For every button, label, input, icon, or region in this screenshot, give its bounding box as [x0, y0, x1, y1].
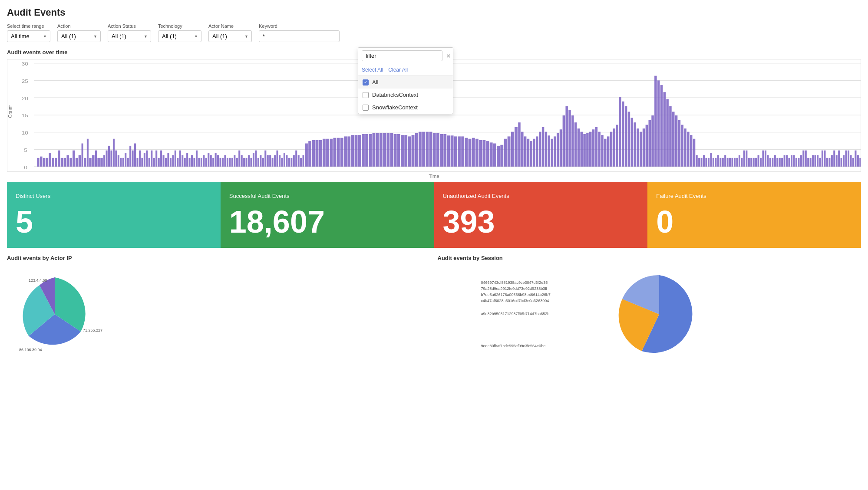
svg-rect-265: [748, 158, 750, 167]
svg-rect-271: [762, 151, 764, 167]
svg-rect-72: [184, 158, 186, 167]
svg-rect-190: [539, 132, 541, 167]
svg-rect-231: [660, 85, 663, 167]
action-select-wrapper: All (1): [57, 30, 101, 42]
select-all-button[interactable]: Select All: [362, 67, 383, 73]
page-title: Audit Events: [7, 7, 861, 18]
svg-rect-103: [257, 158, 259, 167]
svg-rect-42: [113, 139, 115, 167]
actor-name-select[interactable]: All (1): [208, 30, 252, 42]
svg-rect-199: [565, 106, 568, 167]
session-label-5: 9ede80fbaf1cde595ef99c3fc564e0be: [481, 344, 603, 348]
svg-rect-167: [461, 136, 464, 167]
svg-rect-79: [201, 158, 202, 167]
svg-rect-137: [355, 135, 358, 167]
stat-cards: Distinct Users 5 Successful Audit Events…: [7, 182, 861, 248]
action-status-select-wrapper: All (1): [108, 30, 151, 42]
svg-rect-34: [92, 155, 94, 167]
session-label-3: c4b47af6028a6016cd7bd3e0a3263904: [481, 299, 603, 303]
svg-rect-288: [802, 151, 804, 167]
svg-rect-298: [826, 158, 828, 167]
dropdown-search-input[interactable]: [362, 50, 442, 61]
filter-group-actor-name: Actor Name All (1): [208, 23, 252, 42]
time-range-select[interactable]: All time: [7, 30, 50, 42]
svg-rect-273: [767, 155, 769, 167]
dropdown-search-row: ✕: [358, 48, 453, 64]
svg-rect-301: [833, 151, 835, 167]
svg-rect-38: [103, 155, 105, 167]
svg-rect-215: [613, 128, 615, 167]
svg-rect-39: [106, 151, 108, 167]
dropdown-option-snowflake[interactable]: SnowflakeContext: [358, 101, 453, 114]
svg-rect-111: [277, 151, 278, 167]
svg-rect-46: [122, 158, 124, 167]
svg-rect-204: [581, 132, 583, 167]
svg-rect-263: [743, 151, 745, 167]
svg-rect-269: [758, 155, 759, 167]
svg-rect-30: [82, 144, 83, 167]
svg-rect-15: [37, 158, 39, 167]
svg-rect-58: [151, 151, 152, 167]
svg-rect-176: [493, 144, 496, 167]
svg-rect-282: [789, 158, 790, 167]
svg-rect-178: [500, 145, 503, 167]
svg-rect-22: [58, 151, 60, 167]
svg-rect-281: [786, 155, 788, 167]
action-status-select[interactable]: All (1): [108, 30, 151, 42]
svg-rect-155: [419, 132, 422, 167]
svg-rect-193: [548, 135, 550, 167]
svg-rect-132: [337, 138, 340, 167]
svg-rect-18: [46, 158, 48, 167]
svg-rect-21: [55, 158, 57, 167]
action-select[interactable]: All (1): [57, 30, 101, 42]
svg-rect-48: [127, 158, 129, 167]
svg-rect-159: [433, 133, 436, 167]
svg-rect-25: [66, 155, 69, 167]
svg-rect-69: [177, 158, 178, 167]
svg-rect-147: [390, 133, 393, 167]
svg-rect-161: [440, 134, 443, 167]
time-range-select-wrapper: All time: [7, 30, 50, 42]
svg-rect-212: [604, 139, 606, 167]
svg-rect-236: [675, 115, 677, 167]
svg-rect-64: [165, 158, 167, 167]
svg-rect-52: [136, 158, 138, 167]
svg-rect-220: [628, 112, 630, 167]
svg-rect-70: [179, 151, 181, 167]
svg-rect-60: [155, 151, 157, 167]
dropdown-option-all[interactable]: ✓ All: [358, 76, 453, 89]
filter-group-action-status: Action Status All (1): [108, 23, 151, 42]
svg-rect-219: [625, 106, 627, 167]
svg-rect-166: [458, 136, 461, 167]
svg-rect-54: [141, 158, 143, 167]
svg-rect-276: [774, 155, 776, 167]
svg-rect-205: [583, 134, 585, 167]
svg-text:25: 25: [22, 79, 28, 84]
svg-rect-145: [383, 133, 386, 167]
svg-rect-127: [319, 140, 322, 167]
svg-rect-95: [238, 151, 240, 167]
clear-all-button[interactable]: Clear All: [388, 67, 408, 73]
svg-rect-188: [533, 139, 535, 167]
svg-rect-284: [793, 155, 795, 167]
stat-card-value-1: 18,607: [229, 206, 426, 237]
dropdown-option-databricks[interactable]: DatabricksContext: [358, 89, 453, 101]
svg-rect-80: [203, 155, 205, 167]
svg-rect-121: [300, 158, 302, 167]
technology-dropdown: ✕ Select All Clear All ✓ All DatabricksC…: [358, 47, 453, 114]
option-label-all: All: [372, 79, 378, 86]
svg-rect-165: [454, 136, 457, 167]
svg-rect-201: [571, 115, 574, 167]
svg-rect-259: [734, 158, 736, 167]
keyword-input[interactable]: [259, 30, 340, 42]
bottom-charts: Audit events by Actor IP 123.4.4.50 71.2…: [7, 255, 861, 362]
svg-rect-61: [158, 158, 160, 167]
svg-rect-277: [776, 158, 778, 167]
svg-rect-117: [290, 158, 292, 167]
technology-select[interactable]: All (1): [158, 30, 201, 42]
svg-rect-146: [386, 133, 389, 167]
svg-rect-90: [227, 158, 228, 167]
svg-rect-148: [394, 134, 397, 167]
dropdown-clear-button[interactable]: ✕: [445, 53, 452, 59]
filter-label-action: Action: [57, 23, 101, 29]
